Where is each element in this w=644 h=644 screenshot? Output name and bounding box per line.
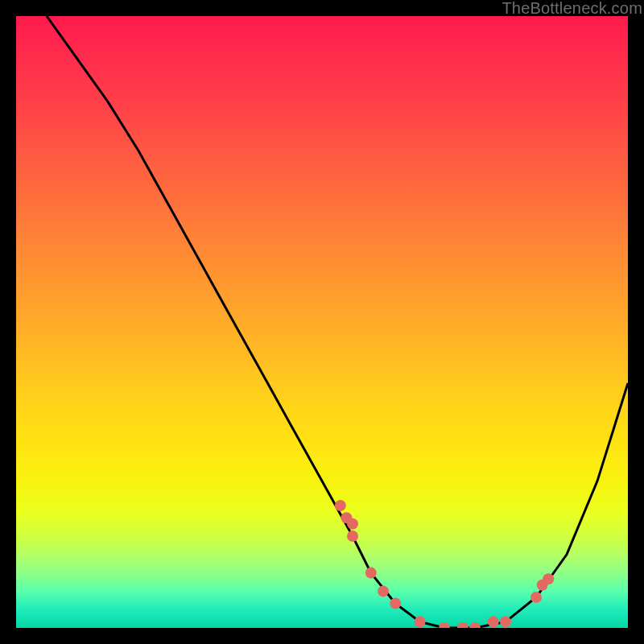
marker-point xyxy=(543,573,554,584)
marker-point xyxy=(378,585,389,597)
chart-svg xyxy=(16,16,628,628)
curve-line xyxy=(47,16,628,628)
marker-point xyxy=(347,518,358,530)
marker-point xyxy=(365,568,377,579)
marker-point xyxy=(335,500,346,511)
marker-point xyxy=(488,616,499,627)
marker-point xyxy=(390,598,401,609)
chart-frame xyxy=(16,16,628,628)
marker-point xyxy=(347,530,358,542)
marker-point xyxy=(415,616,426,627)
marker-point xyxy=(530,592,542,603)
marker-point xyxy=(469,622,481,628)
marker-point xyxy=(439,622,450,628)
watermark-text: TheBottleneck.com xyxy=(502,0,642,18)
marker-point xyxy=(500,616,511,627)
marker-point xyxy=(457,622,469,628)
